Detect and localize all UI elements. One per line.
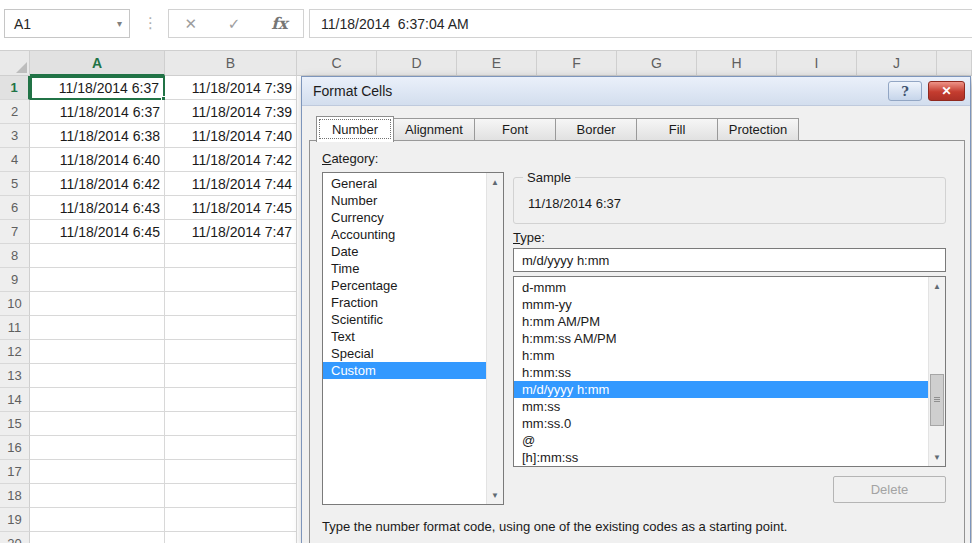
cell-B16[interactable] <box>165 436 297 460</box>
column-header-b[interactable]: B <box>165 50 297 76</box>
row-header-16[interactable]: 16 <box>0 436 30 460</box>
tab-protection[interactable]: Protection <box>718 118 799 141</box>
row-header-15[interactable]: 15 <box>0 412 30 436</box>
cell-A13[interactable] <box>30 364 165 388</box>
category-option[interactable]: Number <box>323 192 486 209</box>
row-header-3[interactable]: 3 <box>0 124 30 148</box>
row-header-11[interactable]: 11 <box>0 316 30 340</box>
category-option[interactable]: Time <box>323 260 486 277</box>
scroll-up-icon[interactable]: ▲ <box>487 174 503 190</box>
formula-bar[interactable]: 11/18/2014 6:37:04 AM <box>309 9 972 38</box>
cell-A18[interactable] <box>30 484 165 508</box>
row-header-13[interactable]: 13 <box>0 364 30 388</box>
cell-B14[interactable] <box>165 388 297 412</box>
cell-B11[interactable] <box>165 316 297 340</box>
category-option[interactable]: Accounting <box>323 226 486 243</box>
cell-B8[interactable] <box>165 244 297 268</box>
cell-A4[interactable]: 11/18/2014 6:40 <box>30 148 165 172</box>
select-all-corner[interactable] <box>0 50 30 76</box>
type-option[interactable]: h:mm <box>514 347 928 364</box>
row-header-4[interactable]: 4 <box>0 148 30 172</box>
cell-B9[interactable] <box>165 268 297 292</box>
column-header-i[interactable]: I <box>777 50 857 76</box>
tab-font[interactable]: Font <box>475 118 556 141</box>
category-scrollbar[interactable]: ▲ ▼ <box>486 173 503 504</box>
cell-B20[interactable] <box>165 532 297 543</box>
row-header-18[interactable]: 18 <box>0 484 30 508</box>
cell-B6[interactable]: 11/18/2014 7:45 <box>165 196 297 220</box>
type-option[interactable]: h:mm:ss <box>514 364 928 381</box>
category-option[interactable]: Percentage <box>323 277 486 294</box>
row-header-8[interactable]: 8 <box>0 244 30 268</box>
column-header-j[interactable]: J <box>857 50 937 76</box>
scrollbar-thumb[interactable] <box>930 374 944 426</box>
category-option[interactable]: Date <box>323 243 486 260</box>
column-header-d[interactable]: D <box>377 50 457 76</box>
dialog-titlebar[interactable]: Format Cells ? ✕ <box>302 77 970 106</box>
scroll-up-icon[interactable]: ▲ <box>929 278 945 294</box>
scroll-down-icon[interactable]: ▼ <box>929 449 945 465</box>
type-option[interactable]: h:mm AM/PM <box>514 313 928 330</box>
column-header-h[interactable]: H <box>697 50 777 76</box>
cell-B18[interactable] <box>165 484 297 508</box>
row-header-6[interactable]: 6 <box>0 196 30 220</box>
category-option[interactable]: Special <box>323 345 486 362</box>
cell-A15[interactable] <box>30 412 165 436</box>
help-button[interactable]: ? <box>888 81 922 101</box>
type-option[interactable]: [h]:mm:ss <box>514 449 928 466</box>
row-header-9[interactable]: 9 <box>0 268 30 292</box>
cell-A10[interactable] <box>30 292 165 316</box>
cell-B4[interactable]: 11/18/2014 7:42 <box>165 148 297 172</box>
cell-A3[interactable]: 11/18/2014 6:38 <box>30 124 165 148</box>
cell-B7[interactable]: 11/18/2014 7:47 <box>165 220 297 244</box>
cell-A6[interactable]: 11/18/2014 6:43 <box>30 196 165 220</box>
row-header-12[interactable]: 12 <box>0 340 30 364</box>
insert-function-icon[interactable]: fx <box>271 14 287 33</box>
cell-A2[interactable]: 11/18/2014 6:37 <box>30 100 165 124</box>
enter-icon[interactable]: ✓ <box>228 15 241 33</box>
tab-border[interactable]: Border <box>556 118 637 141</box>
cell-B2[interactable]: 11/18/2014 7:39 <box>165 100 297 124</box>
cell-B17[interactable] <box>165 460 297 484</box>
cell-A19[interactable] <box>30 508 165 532</box>
cell-B1[interactable]: 11/18/2014 7:39 <box>165 76 297 100</box>
row-header-20[interactable]: 20 <box>0 532 30 543</box>
name-box[interactable]: A1 ▾ <box>4 9 130 38</box>
category-option[interactable]: Text <box>323 328 486 345</box>
name-box-dropdown-icon[interactable]: ▾ <box>117 18 129 29</box>
type-option[interactable]: @ <box>514 432 928 449</box>
column-header-blank[interactable] <box>937 50 972 76</box>
category-option[interactable]: Currency <box>323 209 486 226</box>
cell-A7[interactable]: 11/18/2014 6:45 <box>30 220 165 244</box>
category-option[interactable]: Scientific <box>323 311 486 328</box>
category-listbox[interactable]: GeneralNumberCurrencyAccountingDateTimeP… <box>322 172 504 505</box>
tab-alignment[interactable]: Alignment <box>394 118 475 141</box>
type-option[interactable]: mm:ss.0 <box>514 415 928 432</box>
category-option[interactable]: General <box>323 175 486 192</box>
scroll-down-icon[interactable]: ▼ <box>487 487 503 503</box>
category-option[interactable]: Fraction <box>323 294 486 311</box>
cell-A8[interactable] <box>30 244 165 268</box>
tab-number[interactable]: Number <box>316 116 394 142</box>
column-header-f[interactable]: F <box>537 50 617 76</box>
type-option[interactable]: m/d/yyyy h:mm <box>514 381 928 398</box>
type-option[interactable]: d-mmm <box>514 279 928 296</box>
category-option[interactable]: Custom <box>323 362 486 379</box>
column-header-g[interactable]: G <box>617 50 697 76</box>
cell-B10[interactable] <box>165 292 297 316</box>
cell-A17[interactable] <box>30 460 165 484</box>
row-header-2[interactable]: 2 <box>0 100 30 124</box>
cell-B12[interactable] <box>165 340 297 364</box>
row-header-7[interactable]: 7 <box>0 220 30 244</box>
cell-A12[interactable] <box>30 340 165 364</box>
row-header-14[interactable]: 14 <box>0 388 30 412</box>
cell-B5[interactable]: 11/18/2014 7:44 <box>165 172 297 196</box>
type-option[interactable]: mm:ss <box>514 398 928 415</box>
type-listbox[interactable]: d-mmmmmm-yyh:mm AM/PMh:mm:ss AM/PMh:mmh:… <box>513 276 946 467</box>
cell-A9[interactable] <box>30 268 165 292</box>
tab-fill[interactable]: Fill <box>637 118 718 141</box>
cell-A16[interactable] <box>30 436 165 460</box>
cell-B15[interactable] <box>165 412 297 436</box>
cell-B13[interactable] <box>165 364 297 388</box>
row-header-10[interactable]: 10 <box>0 292 30 316</box>
